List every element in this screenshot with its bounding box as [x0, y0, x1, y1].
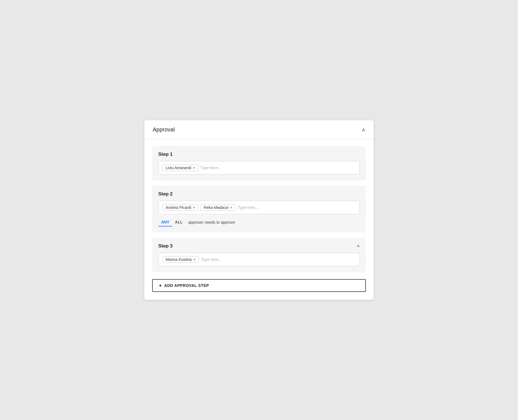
tag-andrea-picardi-remove-icon[interactable]: × — [193, 206, 195, 209]
approval-toggle-label: approver needs to approve — [188, 220, 235, 225]
add-approval-step-label: ADD APPROVAL STEP — [164, 283, 209, 288]
step-1-title: Step 1 — [158, 152, 173, 157]
step-3-close-icon[interactable]: × — [357, 244, 360, 249]
step-2-input-box[interactable]: Andrea Picardi × Reka Madacsi × Type her… — [158, 201, 360, 214]
tag-marina-kostina-remove-icon[interactable]: × — [193, 258, 196, 261]
add-approval-step-button[interactable]: + ADD APPROVAL STEP — [152, 279, 366, 292]
tag-andrea-picardi: Andrea Picardi × — [163, 204, 198, 211]
tag-reka-madacsi-label: Reka Madacsi — [204, 205, 229, 210]
tag-liviu-amarandi-remove-icon[interactable]: × — [193, 166, 195, 170]
step-3-title: Step 3 — [158, 243, 173, 249]
step-2-card: Step 2 Andrea Picardi × Reka Madacsi × T… — [152, 186, 366, 233]
step-1-placeholder: Type here... — [201, 166, 221, 170]
tag-marina-kostina-label: Marina Kostina — [166, 257, 192, 262]
step-3-card: Step 3 × Marina Kostina × Type here... — [152, 238, 366, 272]
step-3-placeholder: Type here... — [201, 257, 222, 262]
tag-liviu-amarandi-label: Liviu Amarandi — [166, 166, 191, 170]
plus-icon: + — [159, 283, 162, 288]
step-3-input-box[interactable]: Marina Kostina × Type here... — [158, 253, 360, 266]
step-1-input-box[interactable]: Liviu Amarandi × Type here... — [158, 161, 360, 174]
step-3-header: Step 3 × — [158, 243, 360, 249]
step-2-title: Step 2 — [158, 191, 173, 197]
toggle-all-button[interactable]: ALL — [172, 218, 185, 226]
tag-andrea-picardi-label: Andrea Picardi — [166, 205, 191, 210]
tag-liviu-amarandi: Liviu Amarandi × — [163, 164, 198, 171]
panel-title: Approval — [153, 126, 175, 133]
step-2-header: Step 2 — [158, 191, 360, 197]
toggle-any-button[interactable]: ANY — [158, 218, 172, 226]
step-1-header: Step 1 — [158, 152, 360, 157]
panel-body: Step 1 Liviu Amarandi × Type here... Ste… — [144, 139, 374, 300]
panel-header: Approval ∧ — [144, 120, 374, 139]
step-1-card: Step 1 Liviu Amarandi × Type here... — [152, 146, 366, 181]
tag-marina-kostina: Marina Kostina × — [163, 256, 199, 263]
step-2-placeholder: Type here... — [238, 205, 258, 210]
tag-reka-madacsi-remove-icon[interactable]: × — [230, 206, 232, 209]
approval-toggle-step-2: ANY ALL approver needs to approve — [158, 218, 360, 226]
approval-panel: Approval ∧ Step 1 Liviu Amarandi × Type … — [144, 120, 374, 300]
collapse-chevron-icon[interactable]: ∧ — [362, 127, 365, 132]
tag-reka-madacsi: Reka Madacsi × — [201, 204, 236, 211]
